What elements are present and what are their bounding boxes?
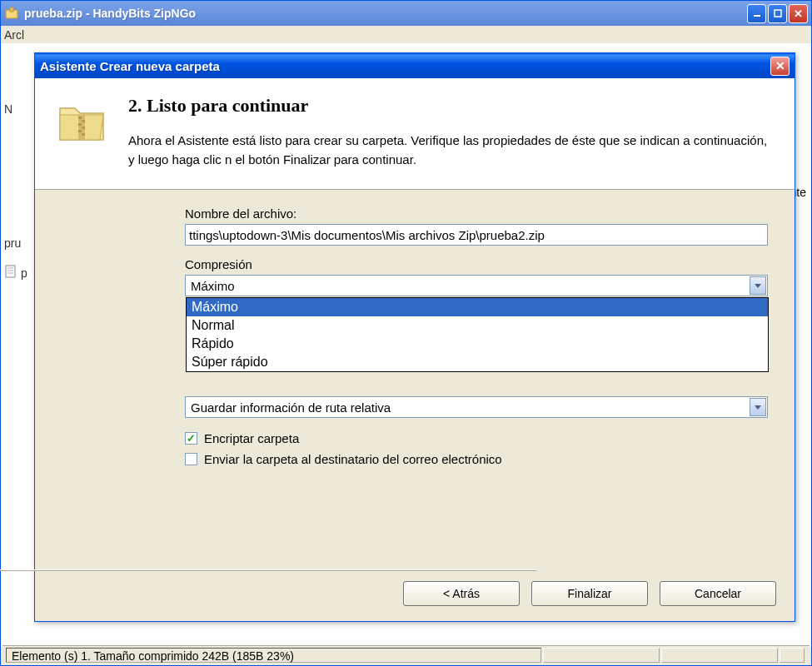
finish-button[interactable]: Finalizar xyxy=(531,581,648,606)
menu-item-fragment[interactable]: Arcl xyxy=(4,28,24,42)
dialog-close-button[interactable]: ✕ xyxy=(770,57,790,76)
svg-rect-1 xyxy=(10,7,13,12)
menu-bar[interactable]: Arcl xyxy=(1,26,811,44)
main-window: prueba.zip - HandyBits ZipNGo ✕ Arcl N p… xyxy=(0,0,812,666)
status-text: Elemento (s) 1. Tamaño comprimido 242B (… xyxy=(6,648,541,663)
path-info-combo[interactable]: Guardar información de ruta relativa xyxy=(185,396,768,418)
back-button[interactable]: < Atrás xyxy=(403,581,520,606)
wizard-dialog: Asistente Crear nueva carpeta ✕ 2. Li xyxy=(34,52,795,622)
cancel-button[interactable]: Cancelar xyxy=(660,581,776,606)
svg-rect-10 xyxy=(82,120,85,122)
compression-combo[interactable]: Máximo Máximo Normal Rápido Súper rápido xyxy=(185,275,768,296)
status-panel-3 xyxy=(661,648,778,663)
app-icon xyxy=(4,6,19,21)
svg-rect-3 xyxy=(775,10,781,17)
encrypt-label: Encriptar carpeta xyxy=(204,431,299,445)
svg-rect-2 xyxy=(754,15,760,17)
file-icon xyxy=(4,265,17,281)
dialog-titlebar[interactable]: Asistente Crear nueva carpeta ✕ xyxy=(35,53,795,78)
svg-rect-14 xyxy=(82,133,85,136)
combo-dropdown-button[interactable] xyxy=(750,398,766,416)
svg-rect-9 xyxy=(78,117,82,119)
window-title: prueba.zip - HandyBits ZipNGo xyxy=(24,7,747,20)
minimize-button[interactable] xyxy=(747,4,766,23)
compression-label: Compresión xyxy=(185,257,775,271)
combo-dropdown-button[interactable] xyxy=(750,276,766,295)
svg-rect-13 xyxy=(78,130,82,132)
compression-option-super-rapido[interactable]: Súper rápido xyxy=(187,353,768,371)
svg-rect-11 xyxy=(78,123,82,126)
row-fragment: pru xyxy=(4,236,27,250)
status-bar: Elemento (s) 1. Tamaño comprimido 242B (… xyxy=(2,645,810,664)
email-label: Enviar la carpeta al destinatario del co… xyxy=(204,452,502,466)
dialog-heading: 2. Listo para continuar xyxy=(128,95,775,117)
col-header-fragment: N xyxy=(4,102,27,116)
encrypt-checkbox[interactable] xyxy=(185,432,197,445)
close-button[interactable]: ✕ xyxy=(789,4,808,23)
status-panel-2 xyxy=(543,648,660,663)
footer-separator xyxy=(0,569,536,571)
background-fragments: N pru p xyxy=(4,102,27,281)
compression-option-maximo[interactable]: Máximo xyxy=(187,298,768,316)
dialog-header: 2. Listo para continuar Ahora el Asisten… xyxy=(35,78,795,190)
resize-grip[interactable] xyxy=(780,648,805,663)
maximize-button[interactable] xyxy=(768,4,787,23)
zip-folder-icon xyxy=(55,95,108,148)
filename-input[interactable] xyxy=(185,224,768,246)
email-checkbox[interactable] xyxy=(185,453,197,465)
svg-rect-4 xyxy=(6,266,15,277)
dialog-description: Ahora el Asistente está listo para crear… xyxy=(128,132,775,169)
dialog-title: Asistente Crear nueva carpeta xyxy=(40,59,770,73)
dialog-footer: < Atrás Finalizar Cancelar xyxy=(403,581,776,606)
compression-option-normal[interactable]: Normal xyxy=(187,316,768,335)
path-info-value: Guardar información de ruta relativa xyxy=(186,400,749,415)
filename-label: Nombre del archivo: xyxy=(185,206,775,221)
file-name-fragment: p xyxy=(21,266,27,280)
compression-option-rapido[interactable]: Rápido xyxy=(187,335,768,353)
compression-value: Máximo xyxy=(186,279,749,293)
svg-rect-12 xyxy=(82,127,85,129)
dialog-form: Nombre del archivo: Compresión Máximo Má… xyxy=(35,190,795,481)
main-titlebar[interactable]: prueba.zip - HandyBits ZipNGo ✕ xyxy=(1,1,811,26)
compression-dropdown: Máximo Normal Rápido Súper rápido xyxy=(186,297,769,372)
